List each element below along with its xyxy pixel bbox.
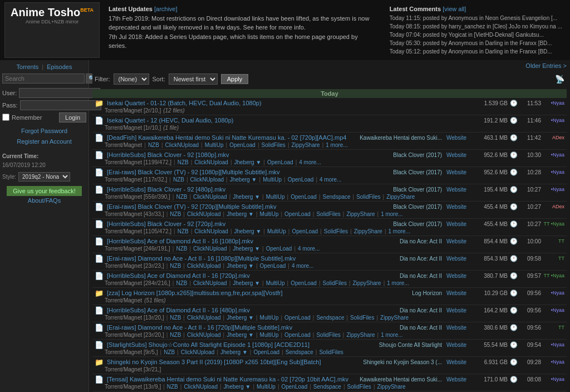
download-link[interactable]: MultiUp: [260, 315, 279, 321]
download-link[interactable]: NZB: [167, 384, 178, 390]
download-link[interactable]: NZB: [176, 194, 187, 200]
download-link[interactable]: SolidFiles: [350, 315, 374, 321]
download-link[interactable]: NZB: [170, 332, 181, 338]
series-link[interactable]: Dia no Ace: Act II: [364, 325, 442, 331]
download-link[interactable]: SolidFiles: [324, 228, 348, 234]
series-link[interactable]: Dia no Ace: Act II: [364, 273, 442, 279]
download-link[interactable]: Sendspace: [286, 349, 313, 355]
torrent-name[interactable]: [HorribleSubs] Ace of Diamond Act II - 1…: [107, 272, 362, 279]
download-link[interactable]: Jheberg ▼: [224, 384, 251, 390]
remember-checkbox[interactable]: [2, 114, 9, 121]
download-link[interactable]: Jheberg ▼: [227, 315, 254, 321]
download-link[interactable]: ClickNUpload: [194, 228, 228, 234]
series-link[interactable]: Shingeki no Kyojin Season 3 (...: [363, 359, 442, 365]
website-link[interactable]: Website: [446, 290, 466, 296]
download-link[interactable]: OpenLoad: [284, 332, 311, 338]
feedback-button[interactable]: Give us your feedback!: [7, 186, 82, 196]
download-link[interactable]: MultiUp: [263, 177, 282, 183]
user-input[interactable]: [19, 88, 100, 98]
download-link[interactable]: MultiUp: [260, 332, 279, 338]
series-link[interactable]: Log Horizon: [364, 290, 442, 296]
torrent-name[interactable]: [Erai-raws] Diamond no Ace - Act II - 16…: [107, 255, 362, 262]
website-link[interactable]: Website: [446, 169, 466, 175]
nav-torrents[interactable]: Torrents: [17, 63, 39, 70]
download-link[interactable]: ClickNUpload: [181, 349, 215, 355]
download-link[interactable]: MultiUp: [257, 384, 276, 390]
download-link[interactable]: SolidFiles: [319, 349, 343, 355]
website-link[interactable]: Website: [446, 376, 466, 383]
download-link[interactable]: ClickNUpload: [187, 211, 221, 217]
download-link[interactable]: ClickNUpload: [190, 177, 224, 183]
filter-select[interactable]: (None): [114, 74, 149, 85]
series-link[interactable]: Dia no Ace: Act II: [364, 256, 442, 262]
download-link[interactable]: ZippyShare: [377, 384, 405, 390]
download-link[interactable]: Jheberg ▼: [230, 177, 257, 183]
download-link[interactable]: Jheberg ▼: [234, 228, 261, 234]
download-link[interactable]: OpenLoad: [284, 211, 311, 217]
download-link[interactable]: ZippyShare: [346, 332, 375, 338]
download-link[interactable]: 1 more...: [326, 142, 347, 148]
series-link[interactable]: Shoujo Conte All Starlight: [364, 342, 442, 348]
download-link[interactable]: ClickNUpload: [193, 246, 227, 252]
series-link[interactable]: Black Clover (2017): [364, 187, 442, 193]
website-link[interactable]: Website: [446, 152, 466, 158]
download-link[interactable]: Jheberg ▼: [234, 159, 261, 165]
download-link[interactable]: Sendspace: [316, 315, 344, 321]
download-link[interactable]: NZB: [164, 349, 175, 355]
download-link[interactable]: ZippyShare: [353, 280, 381, 286]
download-link[interactable]: NZB: [176, 246, 187, 252]
website-link[interactable]: Website: [446, 307, 466, 313]
torrent-name[interactable]: Isekai Quartet - 01-12 (Batch, HEVC, Dua…: [107, 100, 466, 106]
download-link[interactable]: NZB: [148, 142, 159, 148]
news-archive-link[interactable]: [archive]: [154, 6, 178, 12]
download-link[interactable]: ClickNUpload: [187, 263, 221, 269]
website-link[interactable]: Website: [446, 187, 466, 193]
download-link[interactable]: ZippyShare: [354, 228, 382, 234]
website-link[interactable]: Website: [446, 221, 466, 227]
search-input[interactable]: [2, 74, 85, 84]
download-link[interactable]: NZB: [170, 315, 181, 321]
torrent-name[interactable]: [HorribleSubs] Ace of Diamond Act II - 1…: [107, 238, 362, 244]
torrent-name[interactable]: [Erai-raws] Diamond no Ace - Act II - 16…: [107, 324, 362, 331]
download-link[interactable]: Sendspace: [323, 194, 351, 200]
torrent-name[interactable]: [HorribleSubs] Black Clover - 92 [1080p]…: [107, 151, 362, 158]
download-link[interactable]: SolidFiles: [347, 384, 371, 390]
download-link[interactable]: ClickNUpload: [187, 332, 221, 338]
download-link[interactable]: ZippyShare: [291, 142, 320, 148]
download-link[interactable]: MultiUp: [266, 280, 285, 286]
torrent-name[interactable]: Shingeki no Kyojin Season 3 Part II (201…: [107, 359, 361, 365]
download-link[interactable]: SolidFiles: [316, 332, 340, 338]
download-link[interactable]: 1 more...: [388, 228, 410, 234]
website-link[interactable]: Website: [446, 135, 466, 141]
download-link[interactable]: 1 more...: [381, 332, 402, 338]
comments-view-all-link[interactable]: [view all]: [443, 6, 466, 12]
download-link[interactable]: OpenLoad: [291, 194, 317, 200]
download-link[interactable]: ZippyShare: [346, 211, 375, 217]
series-link[interactable]: Dia no Ace: Act II: [364, 238, 442, 244]
download-link[interactable]: Jheberg ▼: [227, 263, 254, 269]
series-link[interactable]: Black Clover (2017): [364, 169, 442, 175]
series-link[interactable]: Black Clover (2017): [364, 221, 442, 227]
download-link[interactable]: 1 more...: [381, 211, 402, 217]
download-link[interactable]: OpenLoad: [292, 228, 318, 234]
download-link[interactable]: NZB: [176, 280, 187, 286]
download-link[interactable]: Jheberg ▼: [233, 246, 260, 252]
website-link[interactable]: Website: [446, 359, 466, 365]
download-link[interactable]: ZippyShare: [386, 194, 415, 200]
download-link[interactable]: ClickNUpload: [187, 315, 221, 321]
rss-icon[interactable]: 📡: [555, 75, 564, 84]
download-link[interactable]: Jheberg ▼: [227, 211, 254, 217]
series-link[interactable]: Black Clover (2017): [364, 152, 442, 158]
download-link[interactable]: SolidFiles: [316, 211, 340, 217]
download-link[interactable]: OpenLoad: [267, 159, 293, 165]
download-link[interactable]: OpenLoad: [288, 177, 314, 183]
download-link[interactable]: NZB: [170, 211, 181, 217]
download-link[interactable]: 4 more...: [292, 263, 313, 269]
download-link[interactable]: ClickNUpload: [193, 280, 227, 286]
download-link[interactable]: OpenLoad: [291, 280, 317, 286]
download-link[interactable]: SolidFiles: [323, 280, 347, 286]
sort-select[interactable]: Newest first: [169, 74, 218, 85]
download-link[interactable]: NZB: [178, 228, 189, 234]
website-link[interactable]: Website: [446, 238, 466, 244]
about-faqs-link[interactable]: About/FAQs: [2, 197, 86, 204]
